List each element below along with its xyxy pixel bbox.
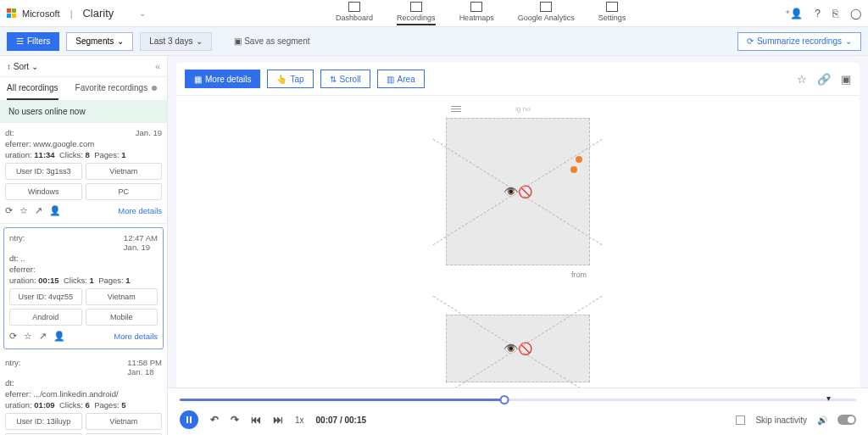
more-details-link[interactable]: More details [114, 332, 158, 341]
star-icon[interactable]: ☆ [19, 205, 28, 216]
microsoft-logo-icon [7, 8, 17, 19]
heatmaps-icon [470, 2, 482, 12]
chip-device[interactable]: PC [86, 183, 163, 200]
save-segment[interactable]: ▣ Save as segment [234, 36, 309, 46]
filter-toolbar: ☰ Filters Segments ⌄ Last 3 days ⌄ ▣ Sav… [0, 27, 868, 56]
ga-icon [540, 2, 552, 12]
recording-card[interactable]: dt:Jan. 19 eferrer: www.google.com urati… [0, 123, 167, 224]
brand-app[interactable]: Clarity [82, 7, 114, 20]
top-nav: Dashboard Recordings Heatmaps Google Ana… [336, 2, 626, 25]
date-range-button[interactable]: Last 3 days ⌄ [140, 32, 212, 51]
seek-track[interactable]: ▾ [180, 395, 856, 404]
eye-blocked-icon: 👁‍🚫 [504, 185, 532, 198]
refresh-icon[interactable]: ⟳ [9, 331, 17, 342]
skip-checkbox[interactable] [736, 415, 745, 425]
svg-rect-3 [12, 14, 16, 18]
help-icon[interactable]: ? [815, 8, 821, 20]
eye-blocked-icon: 👁‍🚫 [504, 342, 532, 355]
no-users-alert: No users online now [0, 101, 167, 123]
more-details-button[interactable]: ▦ More details [185, 70, 260, 88]
chevron-down-icon[interactable]: ⌄ [139, 8, 146, 18]
header-actions: ⁺👤 ? ⎘ ◯ [785, 8, 861, 20]
recordings-sidebar: ↕ Sort ⌄ « All recordings Favorite recor… [0, 56, 168, 435]
share-icon[interactable]: ↗ [35, 205, 42, 216]
area-button[interactable]: ▥ Area [377, 70, 425, 88]
next-icon[interactable]: ⏭ [273, 414, 283, 426]
recording-card[interactable]: ntry:11:58 PMJan. 18 dt: eferrer: .../co… [0, 353, 167, 435]
caption: from [446, 265, 590, 284]
recording-card-selected[interactable]: ntry:12:47 AMJan. 19 dt: .. eferrer: ura… [3, 227, 164, 349]
brand-divider: | [70, 8, 73, 19]
chip-user[interactable]: User ID: 3g1ss3 [5, 163, 82, 180]
speed[interactable]: 1x [295, 415, 304, 425]
viewer-toolbar: ▦ More details 👆 Tap ⇅ Scroll ▥ Area ☆ 🔗… [176, 63, 860, 96]
more-details-link[interactable]: More details [118, 206, 162, 215]
viewer-pane: ▦ More details 👆 Tap ⇅ Scroll ▥ Area ☆ 🔗… [168, 56, 868, 435]
recordings-icon [410, 2, 422, 12]
recording-stage: lg ho 👁‍🚫 from 👁‍🚫 [176, 96, 860, 388]
refresh-icon[interactable]: ⟳ [5, 205, 13, 216]
rewind-icon[interactable]: ↶ [210, 414, 219, 426]
sidebar-tabs: All recordings Favorite recordings [0, 77, 167, 101]
forward-icon[interactable]: ↷ [231, 414, 239, 426]
sort-dropdown[interactable]: ↕ Sort ⌄ [7, 62, 38, 71]
player-controls: ↶ ↷ ⏮ ⏭ 1x 00:07 / 00:15 Skip inactivity… [180, 410, 856, 429]
seek-thumb[interactable] [500, 395, 509, 404]
dashboard-icon [348, 2, 360, 12]
mobile-screen: lg ho 👁‍🚫 from 👁‍🚫 [446, 99, 590, 388]
nav-heatmaps[interactable]: Heatmaps [459, 2, 494, 25]
nav-dashboard[interactable]: Dashboard [336, 2, 373, 25]
app-header: Microsoft | Clarity ⌄ Dashboard Recordin… [0, 0, 868, 27]
image-placeholder: 👁‍🚫 [446, 315, 590, 382]
image-placeholder: 👁‍🚫 [446, 118, 590, 265]
nav-settings[interactable]: Settings [598, 2, 626, 25]
settings-icon [606, 2, 618, 12]
add-user-icon[interactable]: ⁺👤 [785, 8, 803, 20]
hamburger-icon[interactable] [451, 106, 461, 112]
window-icon[interactable]: ▣ [841, 73, 851, 86]
nav-ga[interactable]: Google Analytics [518, 2, 575, 25]
chip-os[interactable]: Windows [5, 183, 82, 200]
player-bar: ▾ ↶ ↷ ⏮ ⏭ 1x 00:07 / 00:15 Skip inactivi… [168, 388, 868, 435]
volume-icon[interactable]: 🔊 [817, 415, 827, 425]
brand-ms: Microsoft [22, 8, 60, 19]
sort-row: ↕ Sort ⌄ « [0, 56, 167, 77]
copy-icon[interactable]: ⎘ [832, 8, 838, 20]
collapse-icon[interactable]: « [155, 61, 160, 71]
person-icon[interactable]: 👤 [49, 205, 61, 216]
tap-indicator [576, 156, 582, 163]
prev-icon[interactable]: ⏮ [251, 414, 261, 426]
tap-indicator [570, 166, 577, 173]
nav-recordings[interactable]: Recordings [397, 2, 436, 25]
toggle[interactable] [837, 415, 856, 425]
star-icon[interactable]: ☆ [797, 73, 807, 86]
segments-button[interactable]: Segments ⌄ [66, 32, 133, 51]
tab-all[interactable]: All recordings [7, 77, 58, 100]
viewer-actions: ☆ 🔗 ▣ [797, 73, 851, 86]
time-display: 00:07 / 00:15 [316, 415, 367, 425]
star-icon[interactable]: ☆ [24, 331, 32, 342]
link-icon[interactable]: 🔗 [817, 73, 831, 86]
share-icon[interactable]: ↗ [39, 331, 47, 342]
svg-rect-0 [7, 8, 11, 13]
collapse-caret-icon[interactable]: ▾ [826, 393, 831, 403]
tap-button[interactable]: 👆 Tap [267, 70, 313, 88]
svg-rect-1 [12, 8, 16, 13]
person-icon[interactable]: 👤 [53, 331, 65, 342]
pause-button[interactable] [180, 410, 198, 429]
screen-header: lg ho [446, 99, 590, 118]
recordings-list[interactable]: dt:Jan. 19 eferrer: www.google.com urati… [0, 123, 167, 435]
dot-icon [152, 86, 157, 91]
account-icon[interactable]: ◯ [850, 8, 861, 20]
summarize-button[interactable]: ⟳ Summarize recordings ⌄ [737, 32, 861, 51]
tab-fav[interactable]: Favorite recordings [75, 77, 157, 100]
filters-button[interactable]: ☰ Filters [7, 32, 59, 51]
brand: Microsoft | Clarity ⌄ [7, 7, 176, 20]
chip-country[interactable]: Vietnam [86, 163, 163, 180]
scroll-button[interactable]: ⇅ Scroll [320, 70, 370, 88]
svg-rect-2 [7, 14, 11, 18]
